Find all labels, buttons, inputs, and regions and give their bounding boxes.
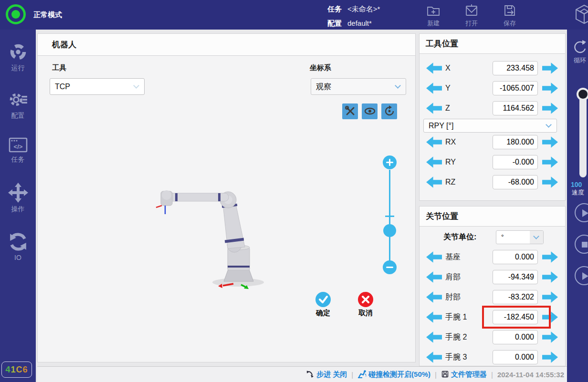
jog-increase-button[interactable] bbox=[542, 62, 558, 74]
value-field[interactable]: 180.000 bbox=[493, 135, 538, 149]
left-sidebar: 运行 配置 </> 任务 bbox=[0, 30, 36, 382]
cancel-button[interactable]: 取消 bbox=[351, 292, 380, 318]
robot-3d-view[interactable] bbox=[152, 176, 286, 290]
value-field[interactable]: -68.000 bbox=[493, 175, 538, 189]
position-row: Y-1065.007 bbox=[420, 78, 565, 98]
step-status[interactable]: 步进 关闭 bbox=[306, 370, 347, 379]
play-button[interactable] bbox=[575, 203, 588, 222]
position-row: RY-0.000 bbox=[420, 152, 565, 172]
jog-increase-button[interactable] bbox=[542, 83, 558, 94]
value-field[interactable]: 1164.562 bbox=[493, 101, 538, 115]
jog-decrease-button[interactable] bbox=[426, 351, 442, 363]
status-badge: 41C6 bbox=[1, 361, 32, 378]
jog-increase-button[interactable] bbox=[542, 156, 558, 168]
jog-increase-button[interactable] bbox=[542, 271, 558, 283]
joint-rows: 基座0.000肩部-94.349肘部-83.202手腕 1-182.450手腕 … bbox=[420, 247, 565, 367]
value-field[interactable]: -182.450 bbox=[493, 310, 538, 324]
jog-decrease-button[interactable] bbox=[426, 136, 442, 148]
zoom-in-button[interactable] bbox=[383, 155, 397, 169]
zoom-slider-handle[interactable] bbox=[383, 224, 396, 237]
move-arrows-icon bbox=[8, 182, 29, 203]
jog-decrease-button[interactable] bbox=[426, 176, 442, 188]
jog-increase-button[interactable] bbox=[542, 291, 558, 303]
value-field[interactable]: -83.202 bbox=[493, 290, 538, 304]
sidebar-item-task[interactable]: </> 任务 bbox=[0, 136, 36, 164]
jog-increase-button[interactable] bbox=[542, 251, 558, 263]
zoom-out-button[interactable] bbox=[383, 260, 397, 274]
speed-slider-handle[interactable] bbox=[577, 88, 588, 101]
jog-decrease-button[interactable] bbox=[426, 291, 442, 303]
position-row: RZ-68.000 bbox=[420, 172, 565, 192]
top-bar: 正常模式 任务<未命名>* 配置default* 新建 打开 bbox=[0, 0, 588, 30]
jog-increase-button[interactable] bbox=[542, 351, 558, 363]
jog-increase-button[interactable] bbox=[542, 176, 558, 188]
open-task-button[interactable]: 打开 bbox=[456, 3, 487, 28]
confirm-button[interactable]: 确定 bbox=[309, 292, 337, 318]
position-row: 手腕 20.000 bbox=[420, 327, 565, 347]
stop-button[interactable] bbox=[575, 235, 588, 254]
sidebar-item-operate[interactable]: 操作 bbox=[0, 182, 36, 214]
value-field[interactable]: 0.000 bbox=[493, 250, 538, 264]
value-field[interactable]: 0.000 bbox=[493, 330, 538, 344]
frame-select[interactable]: 观察 bbox=[311, 78, 406, 95]
collision-icon bbox=[357, 370, 367, 378]
jog-increase-button[interactable] bbox=[542, 311, 558, 323]
save-task-button[interactable]: 保存 bbox=[494, 3, 525, 28]
clock: 2024-11-04 14:55:32 bbox=[497, 371, 564, 379]
jog-decrease-button[interactable] bbox=[426, 103, 442, 114]
value-field[interactable]: -1065.007 bbox=[493, 81, 538, 95]
step-play-button[interactable] bbox=[575, 266, 588, 285]
collision-status[interactable]: 碰撞检测开启(50%) bbox=[357, 370, 430, 379]
jog-increase-button[interactable] bbox=[542, 136, 558, 148]
value-field[interactable]: 233.458 bbox=[493, 61, 538, 75]
sidebar-item-config[interactable]: 配置 bbox=[0, 90, 36, 120]
mode-label: 正常模式 bbox=[33, 0, 62, 30]
value-field[interactable]: 0.000 bbox=[493, 350, 538, 364]
jog-decrease-button[interactable] bbox=[426, 156, 442, 168]
config-label: 配置 bbox=[327, 19, 342, 27]
scene-cube-icon[interactable] bbox=[574, 3, 588, 27]
file-manager-link[interactable]: 文件管理器 bbox=[441, 370, 487, 379]
axis-label: 手腕 3 bbox=[445, 352, 467, 362]
view-rotate-button[interactable] bbox=[381, 103, 397, 119]
tool-select[interactable]: TCP bbox=[50, 78, 145, 95]
view-tools-button[interactable] bbox=[342, 103, 358, 119]
mode-indicator-icon bbox=[6, 4, 26, 24]
jog-decrease-button[interactable] bbox=[426, 83, 442, 94]
tool-position-header: 工具位置 bbox=[420, 34, 565, 54]
axis-label: RX bbox=[445, 138, 456, 146]
rotation-format-select[interactable]: RPY [°] bbox=[423, 119, 557, 133]
play-icon bbox=[582, 272, 588, 280]
io-cycle-icon bbox=[8, 232, 28, 252]
new-task-button[interactable]: 新建 bbox=[418, 3, 449, 28]
file-manager-icon bbox=[441, 370, 449, 378]
value-field[interactable]: -0.000 bbox=[493, 155, 538, 169]
position-row: 手腕 1-182.450 bbox=[420, 307, 565, 327]
speed-slider-track[interactable] bbox=[579, 92, 587, 177]
view-visibility-button[interactable] bbox=[362, 103, 378, 119]
separator: | bbox=[351, 371, 353, 379]
sidebar-item-run[interactable]: 运行 bbox=[0, 42, 36, 72]
joint-unit-select[interactable]: ° bbox=[496, 230, 544, 244]
jog-increase-button[interactable] bbox=[542, 103, 558, 114]
axis-label: 手腕 1 bbox=[445, 312, 467, 322]
loop-label: 循环 bbox=[574, 56, 588, 65]
position-row: X233.458 bbox=[420, 58, 565, 78]
sidebar-item-label: IO bbox=[0, 254, 36, 261]
jog-decrease-button[interactable] bbox=[426, 251, 442, 263]
chevron-down-icon bbox=[133, 83, 139, 89]
position-row: RX180.000 bbox=[420, 132, 565, 152]
jog-decrease-button[interactable] bbox=[426, 62, 442, 74]
jog-decrease-button[interactable] bbox=[426, 331, 442, 343]
page-title: 机器人 bbox=[52, 34, 76, 56]
jog-decrease-button[interactable] bbox=[426, 311, 442, 323]
value-field[interactable]: -94.349 bbox=[493, 270, 538, 284]
open-icon bbox=[464, 3, 479, 18]
sidebar-item-io[interactable]: IO bbox=[0, 232, 36, 261]
jog-increase-button[interactable] bbox=[542, 331, 558, 343]
joint-unit-label: 关节单位: bbox=[443, 232, 476, 242]
right-control-strip: 循环 100 速度 bbox=[567, 30, 588, 382]
confirm-check-icon bbox=[315, 292, 331, 307]
loop-icon[interactable] bbox=[571, 39, 587, 54]
jog-decrease-button[interactable] bbox=[426, 271, 442, 283]
